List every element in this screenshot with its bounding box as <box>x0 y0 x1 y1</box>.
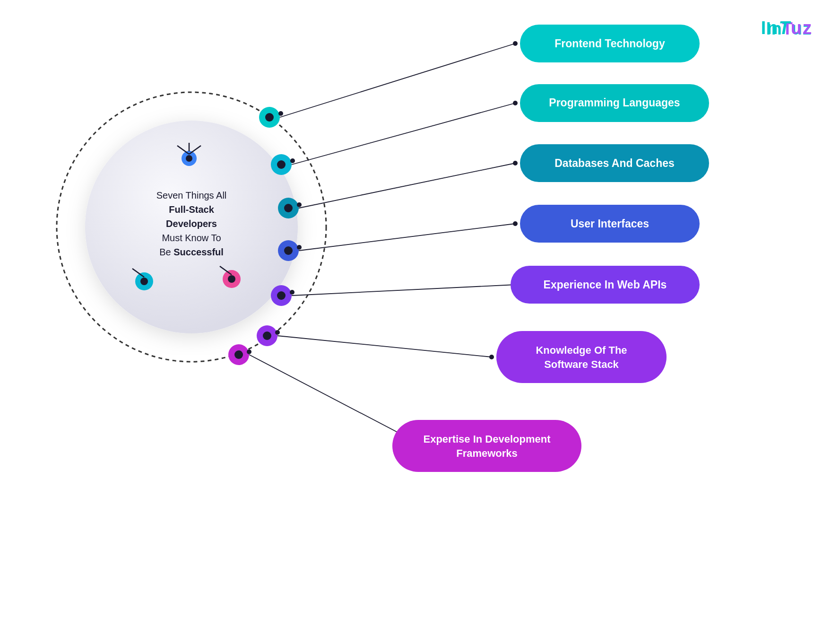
svg-line-17 <box>220 266 232 275</box>
svg-text:Be Successful: Be Successful <box>159 247 224 257</box>
svg-rect-53 <box>520 25 700 62</box>
svg-text:Developers: Developers <box>166 218 217 229</box>
svg-point-32 <box>290 290 294 295</box>
svg-point-34 <box>263 331 271 340</box>
svg-point-19 <box>265 113 274 122</box>
svg-point-40 <box>513 41 518 46</box>
svg-line-14 <box>132 269 144 277</box>
svg-point-31 <box>277 291 286 300</box>
diagram-svg: Seven Things All Full-Stack Developers M… <box>0 0 840 619</box>
svg-text:User Interfaces: User Interfaces <box>571 218 649 230</box>
svg-text:Frontend Technology: Frontend Technology <box>554 37 665 50</box>
svg-line-43 <box>299 163 515 208</box>
svg-point-35 <box>275 330 280 335</box>
svg-point-15 <box>223 270 241 288</box>
svg-point-50 <box>489 355 494 359</box>
svg-point-33 <box>257 325 277 346</box>
svg-text:Software Stack: Software Stack <box>544 358 619 370</box>
svg-point-37 <box>234 350 243 359</box>
svg-text:Expertise In Development: Expertise In Development <box>424 433 551 445</box>
svg-point-44 <box>513 161 518 166</box>
svg-text:Must Know To: Must Know To <box>162 233 221 243</box>
svg-rect-57 <box>520 144 709 182</box>
svg-line-47 <box>292 285 515 296</box>
svg-text:Databases And Caches: Databases And Caches <box>554 157 675 169</box>
svg-point-46 <box>513 221 518 226</box>
svg-point-20 <box>278 111 283 116</box>
svg-point-52 <box>423 445 428 449</box>
svg-line-41 <box>292 103 515 165</box>
svg-line-9 <box>177 146 189 154</box>
svg-rect-63 <box>496 331 667 383</box>
svg-line-39 <box>280 44 515 117</box>
svg-point-48 <box>513 282 518 287</box>
svg-point-27 <box>278 240 299 261</box>
svg-line-10 <box>189 146 201 154</box>
svg-point-22 <box>277 160 286 169</box>
svg-point-1 <box>85 121 298 333</box>
svg-text:Frameworks: Frameworks <box>456 447 518 459</box>
svg-rect-55 <box>520 84 709 122</box>
svg-rect-61 <box>511 266 700 304</box>
svg-text:Seven Things All: Seven Things All <box>156 190 227 201</box>
svg-point-18 <box>259 107 280 128</box>
svg-text:Full-Stack: Full-Stack <box>169 204 214 215</box>
svg-point-12 <box>135 272 153 290</box>
svg-point-24 <box>278 198 299 218</box>
svg-rect-59 <box>520 205 700 243</box>
svg-point-26 <box>297 202 302 207</box>
svg-point-7 <box>182 151 197 166</box>
svg-text:Knowledge Of The: Knowledge Of The <box>536 344 627 356</box>
svg-point-42 <box>513 101 518 105</box>
svg-text:Programming Languages: Programming Languages <box>549 96 680 109</box>
svg-point-8 <box>186 155 192 162</box>
svg-point-16 <box>228 275 235 283</box>
svg-point-29 <box>297 245 302 250</box>
svg-point-38 <box>247 349 251 354</box>
svg-point-25 <box>284 204 293 212</box>
svg-point-30 <box>271 285 292 306</box>
svg-line-51 <box>249 355 425 447</box>
svg-rect-66 <box>392 420 581 472</box>
logo: InTuz <box>761 18 813 38</box>
svg-line-49 <box>277 336 492 357</box>
svg-text:Experience In Web APIs: Experience In Web APIs <box>544 279 667 291</box>
svg-point-21 <box>271 154 292 175</box>
svg-line-45 <box>299 224 515 251</box>
svg-point-13 <box>140 278 148 285</box>
svg-point-36 <box>228 344 249 365</box>
svg-point-23 <box>290 158 295 163</box>
svg-point-28 <box>284 246 293 255</box>
svg-point-0 <box>57 92 326 362</box>
